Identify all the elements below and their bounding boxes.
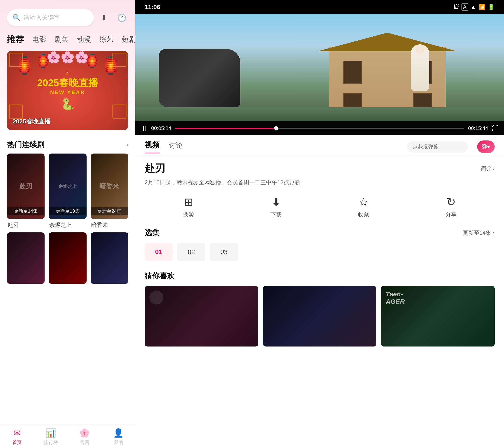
danmu-input[interactable] [407, 141, 468, 153]
search-actions: ⬇ 🕐 [98, 11, 128, 24]
battery-icon: 🔋 [488, 4, 495, 10]
end-time: 00:15:44 [468, 125, 488, 131]
banner-title: 2025春晚直播 [13, 117, 50, 125]
right-panel: 11:06 🖼 A ▲ 📶 🔋 ‹ 📺 [135, 0, 504, 448]
wifi-icon: ▲ [470, 4, 476, 10]
search-placeholder: 请输入关键字 [24, 14, 60, 22]
drama-intro-button[interactable]: 简介 › [481, 165, 495, 172]
drama-card-wrap-2: 余烬之上 更新至19集 余烬之上 [49, 154, 86, 229]
content-area: 视频 讨论 弹♥ 赴刃 简介 › 2月10日起，腾讯视频全网独播。会员首周一二三… [135, 135, 504, 448]
figure-head [415, 44, 425, 54]
drama-name-2: 余烬之上 [49, 221, 86, 229]
banner[interactable]: 🏮 🏮 🏮 🏮 🌸🌸🌸 ‹ 2025春晚直播 NEW YEAR 🐍 2025春晚… [7, 51, 128, 130]
tab-short[interactable]: 短剧 [122, 34, 135, 45]
rock-element [159, 49, 240, 107]
status-time: 11:06 [145, 3, 160, 11]
danmu-button[interactable]: 弹♥ [477, 141, 495, 153]
flower-top: 🌸🌸🌸 [47, 51, 89, 64]
mine-label: 我的 [114, 439, 123, 446]
download-action-icon: ⬇ [271, 195, 281, 208]
tab-discussion[interactable]: 讨论 [169, 141, 183, 153]
recommend-row: Teen-AGER [145, 286, 495, 346]
tab-series[interactable]: 剧集 [54, 34, 69, 45]
drama-card-anxiang[interactable]: 暗香来 更新至24集 [91, 154, 128, 219]
drama-small-3[interactable] [91, 233, 128, 284]
drama-small-2[interactable] [49, 233, 86, 284]
tab-recommend[interactable]: 推荐 [7, 33, 24, 46]
drama-small-1[interactable] [7, 233, 45, 284]
episode-item-3[interactable]: 03 [210, 243, 238, 261]
snake-decoration: 🐍 [37, 98, 98, 111]
episodes-more[interactable]: 更新至14集 › [463, 229, 495, 237]
status-bar: 11:06 🖼 A ▲ 📶 🔋 [135, 0, 504, 14]
favorite-label: 收藏 [358, 211, 369, 218]
signal-icon: 📶 [478, 4, 485, 10]
video-scene [135, 14, 504, 121]
fullscreen-button[interactable]: ⛶ [492, 125, 498, 132]
nav-official[interactable]: 🌸 官网 [68, 428, 102, 446]
drama-card-3-title: 暗香来 [100, 182, 119, 191]
window-1 [343, 61, 362, 84]
progress-fill [175, 128, 276, 129]
hot-dramas-more[interactable]: › [126, 141, 128, 148]
drama-info-header: 赴刃 简介 › [145, 161, 495, 175]
corner-deco-br [112, 105, 126, 119]
rec-card-2[interactable] [263, 286, 377, 346]
nav-ranking[interactable]: 📊 排行榜 [34, 428, 68, 446]
rec-card-1[interactable] [145, 286, 258, 346]
drama-row-2 [0, 229, 135, 284]
search-input-wrap[interactable]: 🔍 请输入关键字 [7, 9, 94, 26]
home-label: 首页 [12, 439, 22, 446]
tab-movie[interactable]: 电影 [32, 34, 46, 45]
official-label: 官网 [80, 439, 89, 446]
ranking-label: 排行榜 [44, 439, 58, 446]
current-time: 00:05:24 [151, 125, 171, 131]
action-favorite[interactable]: ☆ 收藏 [320, 195, 407, 218]
banner-new-year: NEW YEAR [37, 89, 98, 95]
search-bar: 🔍 请输入关键字 ⬇ 🕐 [7, 9, 128, 26]
chevron-right-icon: › [493, 165, 495, 172]
drama-card-yujin[interactable]: 余烬之上 更新至19集 [49, 154, 86, 219]
episodes-header: 选集 更新至14集 › [145, 228, 495, 238]
drama-card-2-title: 余烬之上 [58, 183, 77, 189]
progress-bar[interactable] [175, 128, 465, 129]
banner-happy: ‹ [37, 70, 98, 76]
drama-badge-1: 更新至14集 [7, 207, 45, 215]
drama-name-3: 暗香来 [91, 221, 128, 229]
banner-year: 2025春晚直播 [37, 76, 98, 89]
rec-card-3-content: Teen-AGER [381, 286, 495, 310]
tab-variety[interactable]: 综艺 [99, 34, 113, 45]
drama-card-zhuren[interactable]: 赴刃 更新至14集 [7, 154, 45, 219]
switch-source-icon: ⊞ [184, 195, 193, 208]
action-download[interactable]: ⬇ 下载 [232, 195, 320, 218]
corner-deco-tl [9, 53, 23, 67]
tab-anime[interactable]: 动漫 [77, 34, 91, 45]
episode-item-2[interactable]: 02 [177, 243, 205, 261]
official-icon: 🌸 [79, 428, 90, 438]
episodes-more-text: 更新至14集 › [463, 229, 495, 237]
share-icon: ↻ [446, 195, 456, 208]
tab-video[interactable]: 视频 [145, 140, 160, 153]
building-roof [317, 33, 457, 51]
mine-icon: 👤 [113, 428, 124, 438]
video-player[interactable]: ‹ 📺 [135, 14, 504, 135]
rec-card-3[interactable]: Teen-AGER [381, 286, 495, 346]
action-switch-source[interactable]: ⊞ 换源 [145, 195, 232, 218]
download-button[interactable]: ⬇ [98, 11, 111, 24]
pause-button[interactable]: ⏸ [141, 125, 147, 132]
episode-item-1[interactable]: 01 [145, 243, 173, 261]
bottom-nav: ✉ 首页 📊 排行榜 🌸 官网 👤 我的 [0, 424, 135, 448]
status-icons: 🖼 A ▲ 📶 🔋 [454, 3, 495, 11]
drama-row-1: 赴刃 更新至14集 赴刃 余烬之上 更新至19集 余烬之上 暗香来 更新至24集 [0, 154, 135, 229]
switch-source-label: 换源 [183, 211, 194, 218]
tab-bar: 视频 讨论 弹♥ [135, 135, 504, 156]
drama-badge-2: 更新至19集 [49, 207, 86, 215]
rec-avatar-1 [149, 290, 163, 305]
share-label: 分享 [445, 211, 457, 218]
history-button[interactable]: 🕐 [115, 11, 128, 24]
nav-home[interactable]: ✉ 首页 [0, 428, 34, 446]
nav-mine[interactable]: 👤 我的 [102, 428, 135, 446]
banner-text: ‹ 2025春晚直播 NEW YEAR 🐍 [37, 70, 98, 111]
action-share[interactable]: ↻ 分享 [407, 195, 495, 218]
episodes-title: 选集 [145, 228, 160, 238]
